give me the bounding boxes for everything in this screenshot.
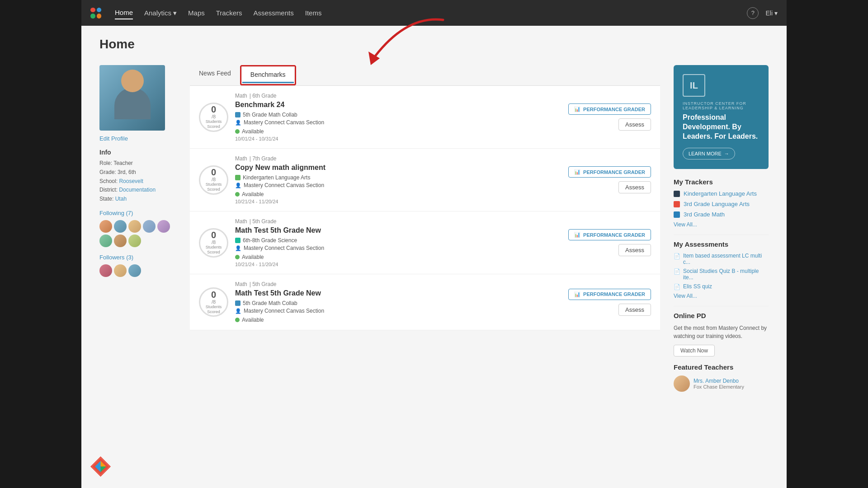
followers-link[interactable]: Followers (3) bbox=[99, 254, 176, 261]
nav-analytics[interactable]: Analytics ▾ bbox=[144, 7, 177, 19]
benchmark-name-3[interactable]: Math Test 5th Grade New bbox=[235, 226, 561, 235]
benchmarks-tab-wrapper: Benchmarks bbox=[240, 65, 296, 85]
benchmark-name-2[interactable]: Copy New math alignment bbox=[235, 164, 561, 172]
benchmark-meta-1: Math| 6th Grade bbox=[235, 93, 561, 99]
tag-color-icon-2 bbox=[235, 175, 241, 180]
nav-assessments[interactable]: Assessments bbox=[254, 7, 294, 19]
benchmark-status-4: Available bbox=[235, 317, 561, 323]
tracker-item-3[interactable]: 3rd Grade Math bbox=[674, 211, 769, 218]
teacher-name[interactable]: Mrs. Amber Denbo bbox=[693, 378, 744, 384]
assessment-item-3: 📄 Elis SS quiz bbox=[674, 283, 769, 290]
grade-label: Grade: bbox=[99, 169, 116, 175]
benchmark-tag2-1: 👤 Mastery Connect Canvas Section bbox=[235, 119, 561, 126]
benchmark-name-4[interactable]: Math Test 5th Grade New bbox=[235, 289, 561, 297]
logo bbox=[90, 8, 101, 19]
news-feed-tab[interactable]: News Feed bbox=[190, 65, 240, 85]
nav-items-link[interactable]: Items bbox=[305, 7, 322, 19]
benchmark-date-1: 10/01/24 - 10/31/24 bbox=[235, 136, 561, 141]
nav-trackers[interactable]: Trackers bbox=[216, 7, 242, 19]
edit-profile-link[interactable]: Edit Profile bbox=[99, 135, 176, 142]
tracker-item-2[interactable]: 3rd Grade Language Arts bbox=[674, 201, 769, 207]
assessment-link-3[interactable]: Elis SS quiz bbox=[683, 283, 712, 290]
nav-analytics-chevron-icon: ▾ bbox=[173, 9, 177, 17]
benchmark-meta-2: Math| 7th Grade bbox=[235, 155, 561, 162]
follower-avatar-4 bbox=[143, 220, 156, 233]
right-sidebar: IL INSTRUCTOR CENTER FOR LEADERSHIP & LE… bbox=[674, 65, 769, 392]
tracker-item-1[interactable]: Kindergarten Language Arts bbox=[674, 190, 769, 197]
arrow-right-icon: → bbox=[724, 151, 729, 156]
perf-grader-label-3: PERFORMANCE GRADER bbox=[583, 232, 645, 238]
perf-grader-btn-4[interactable]: 📊 PERFORMANCE GRADER bbox=[568, 289, 651, 300]
info-title: Info bbox=[99, 149, 176, 156]
profile-info: Info Role: Teacher Grade: 3rd, 6th Schoo… bbox=[99, 149, 176, 203]
benchmarks-tab[interactable]: Benchmarks bbox=[242, 67, 294, 83]
status-label-4: Available bbox=[242, 317, 264, 323]
help-button[interactable]: ? bbox=[747, 7, 759, 19]
bottom-logo bbox=[88, 454, 113, 479]
my-assessments-section: My Assessments 📄 Item based assessment L… bbox=[674, 240, 769, 299]
doc-icon-1: 📄 bbox=[674, 253, 680, 259]
nav-items: Home Analytics ▾ Maps Trackers Assessmen… bbox=[115, 6, 733, 19]
perf-grader-btn-1[interactable]: 📊 PERFORMANCE GRADER bbox=[568, 103, 651, 115]
benchmark-name-1[interactable]: Benchmark 24 bbox=[235, 101, 561, 109]
watch-now-button[interactable]: Watch Now bbox=[674, 345, 715, 357]
grade-row: Grade: 3rd, 6th bbox=[99, 169, 176, 176]
assessments-view-all[interactable]: View All... bbox=[674, 293, 769, 299]
nav-home[interactable]: Home bbox=[115, 6, 133, 19]
district-row: District: Documentation bbox=[99, 186, 176, 194]
news-tabs: News Feed Benchmarks bbox=[190, 65, 660, 86]
tracker-color-1 bbox=[674, 191, 680, 197]
followers-avatar-3 bbox=[128, 264, 141, 277]
user-icon-4: 👤 bbox=[235, 308, 241, 314]
follower-avatar-2 bbox=[114, 220, 127, 233]
score-circle-3: 0 /8 Students Scored bbox=[199, 228, 228, 258]
user-menu-button[interactable]: Eli ▾ bbox=[765, 9, 778, 17]
grade-3: 5th Grade bbox=[252, 218, 276, 225]
follower-avatar-7 bbox=[114, 235, 127, 247]
benchmark-item-4: 0 /8 Students Scored Math| 5th Grade Mat… bbox=[190, 274, 660, 330]
school-link[interactable]: Roosevelt bbox=[119, 178, 143, 184]
benchmark-info-1: Math| 6th Grade Benchmark 24 5th Grade M… bbox=[235, 93, 561, 141]
status-label-1: Available bbox=[242, 128, 264, 135]
benchmark-tag1-3: 6th-8th Grade Science bbox=[235, 237, 561, 244]
benchmark-tag2-4: 👤 Mastery Connect Canvas Section bbox=[235, 308, 561, 314]
tag-color-icon-1 bbox=[235, 112, 241, 117]
assess-btn-2[interactable]: Assess bbox=[618, 181, 651, 193]
following-link[interactable]: Following (7) bbox=[99, 210, 176, 216]
perf-grader-btn-3[interactable]: 📊 PERFORMANCE GRADER bbox=[568, 229, 651, 240]
follower-avatar-6 bbox=[99, 235, 112, 247]
learn-more-button[interactable]: LEARN MORE → bbox=[683, 148, 735, 160]
tracker-label-2: 3rd Grade Language Arts bbox=[684, 201, 750, 207]
promo-subtitle: INSTRUCTOR CENTER FOR LEADERSHIP & LEARN… bbox=[683, 101, 760, 110]
tracker-label-1: Kindergarten Language Arts bbox=[684, 190, 757, 197]
assess-btn-4[interactable]: Assess bbox=[618, 304, 651, 316]
district-link[interactable]: Documentation bbox=[119, 187, 156, 193]
trackers-view-all[interactable]: View All... bbox=[674, 221, 769, 228]
doc-icon-3: 📄 bbox=[674, 284, 680, 290]
perf-grader-label-1: PERFORMANCE GRADER bbox=[583, 107, 645, 112]
assess-btn-3[interactable]: Assess bbox=[618, 244, 651, 256]
assess-btn-1[interactable]: Assess bbox=[618, 118, 651, 131]
benchmark-actions-1: 📊 PERFORMANCE GRADER Assess bbox=[568, 103, 651, 131]
state-row: State: Utah bbox=[99, 195, 176, 203]
role-row: Role: Teacher bbox=[99, 160, 176, 167]
following-section: Following (7) bbox=[99, 210, 176, 247]
state-link[interactable]: Utah bbox=[115, 196, 127, 202]
assessment-link-1[interactable]: Item based assessment LC multi c... bbox=[683, 253, 769, 265]
perf-grader-btn-2[interactable]: 📊 PERFORMANCE GRADER bbox=[568, 166, 651, 178]
person-body bbox=[114, 88, 151, 119]
assessment-item-1: 📄 Item based assessment LC multi c... bbox=[674, 253, 769, 265]
logo-dots bbox=[90, 8, 101, 19]
benchmark-meta-4: Math| 5th Grade bbox=[235, 281, 561, 287]
role-label: Role: bbox=[99, 160, 112, 166]
benchmark-tag1-1: 5th Grade Math Collab bbox=[235, 112, 561, 118]
nav-maps[interactable]: Maps bbox=[188, 7, 205, 19]
benchmark-date-3: 10/21/24 - 11/20/24 bbox=[235, 262, 561, 267]
assessment-link-2[interactable]: Social Studies Quiz B - multiple ite... bbox=[683, 268, 769, 281]
tag2-label-4: Mastery Connect Canvas Section bbox=[244, 308, 324, 314]
navbar: Home Analytics ▾ Maps Trackers Assessmen… bbox=[81, 0, 787, 26]
perf-grader-label-2: PERFORMANCE GRADER bbox=[583, 169, 645, 175]
benchmark-info-3: Math| 5th Grade Math Test 5th Grade New … bbox=[235, 218, 561, 267]
following-avatars bbox=[99, 220, 176, 247]
logo-dot-green bbox=[90, 14, 95, 19]
